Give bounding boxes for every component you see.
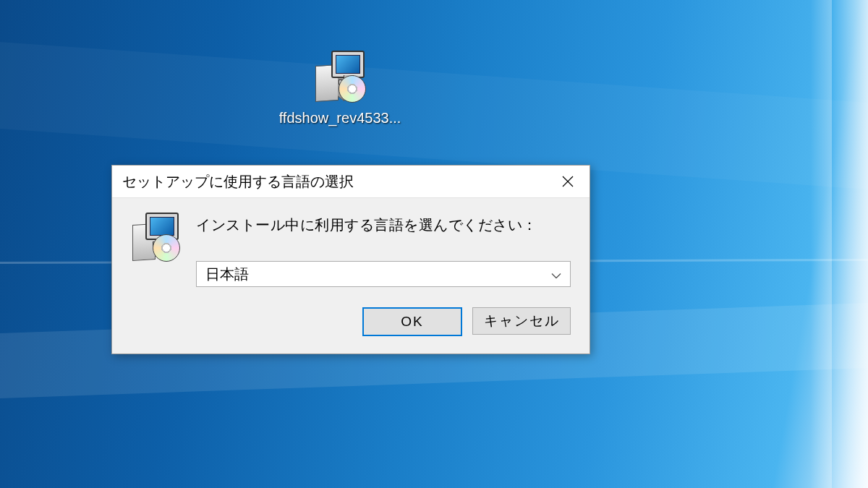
cancel-button-label: キャンセル bbox=[484, 312, 560, 330]
dialog-body: インストール中に利用する言語を選んでください： 日本語 OK キャンセル bbox=[112, 198, 590, 354]
language-select-value: 日本語 bbox=[205, 265, 249, 284]
close-button[interactable] bbox=[546, 166, 590, 197]
ok-button[interactable]: OK bbox=[362, 307, 462, 336]
dialog-title: セットアップに使用する言語の選択 bbox=[122, 172, 546, 192]
close-icon bbox=[562, 176, 574, 187]
desktop-icon-ffdshow-installer[interactable]: ffdshow_rev4533... bbox=[271, 51, 409, 127]
light-beam bbox=[810, 0, 832, 488]
button-row: OK キャンセル bbox=[196, 307, 571, 336]
language-select[interactable]: 日本語 bbox=[196, 261, 571, 287]
light-beam bbox=[832, 0, 868, 488]
ok-button-label: OK bbox=[401, 314, 423, 330]
chevron-down-icon bbox=[551, 266, 561, 283]
titlebar[interactable]: セットアップに使用する言語の選択 bbox=[112, 166, 590, 198]
cancel-button[interactable]: キャンセル bbox=[472, 307, 571, 335]
language-select-dialog: セットアップに使用する言語の選択 インストール中に利用する言語を選んでく bbox=[111, 165, 590, 354]
desktop: ffdshow_rev4533... セットアップに使用する言語の選択 bbox=[0, 0, 868, 488]
desktop-icon-label: ffdshow_rev4533... bbox=[271, 110, 409, 127]
instruction-text: インストール中に利用する言語を選んでください： bbox=[196, 215, 571, 235]
installer-icon bbox=[314, 51, 366, 103]
installer-icon bbox=[131, 213, 180, 262]
